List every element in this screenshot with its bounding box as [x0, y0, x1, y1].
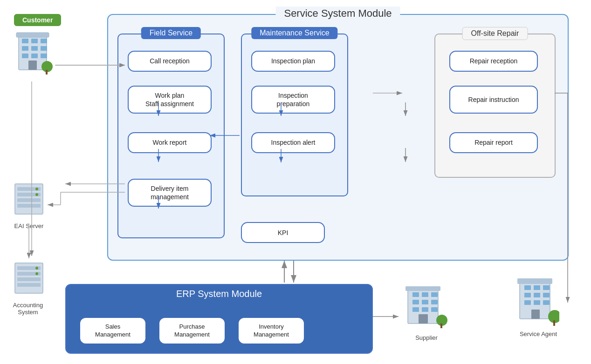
svg-rect-24	[17, 277, 41, 281]
svg-rect-2	[22, 39, 28, 43]
svg-rect-8	[22, 54, 28, 58]
svg-rect-44	[524, 285, 531, 290]
svg-rect-55	[553, 320, 555, 326]
svg-rect-17	[17, 198, 41, 202]
svg-rect-50	[524, 300, 531, 305]
svg-rect-37	[422, 307, 428, 312]
svg-rect-51	[534, 300, 540, 305]
svg-rect-34	[422, 300, 428, 304]
svg-point-27	[35, 272, 38, 275]
svg-rect-18	[17, 204, 41, 208]
field-service-box: Field Service Call reception Work plan S…	[117, 34, 225, 238]
work-plan-box: Work plan Staff assignment	[128, 86, 212, 114]
svg-rect-7	[41, 46, 47, 51]
svg-rect-10	[41, 54, 47, 58]
svg-rect-6	[31, 46, 38, 51]
svg-rect-5	[22, 46, 28, 51]
svg-rect-31	[422, 292, 428, 297]
erp-module-title: ERP System Module	[176, 289, 262, 299]
customer-building	[12, 26, 54, 77]
inspection-alert-box: Inspection alert	[251, 132, 335, 153]
svg-rect-25	[17, 283, 41, 287]
svg-rect-4	[41, 39, 47, 43]
svg-rect-30	[412, 292, 419, 297]
offsite-repair-box: Off-site Repair Repair reception Repair …	[434, 34, 556, 178]
work-report-box: Work report	[128, 132, 212, 153]
svg-rect-46	[543, 285, 550, 290]
service-agent-label: Service Agent	[513, 330, 564, 337]
svg-rect-36	[412, 307, 419, 312]
inventory-management-box: Inventory Management	[239, 318, 304, 344]
inspection-preparation-box: Inspection preparation	[251, 86, 335, 114]
call-reception-box: Call reception	[128, 51, 212, 72]
purchase-management-box: Purchase Management	[159, 318, 225, 344]
svg-rect-13	[46, 70, 48, 74]
svg-rect-43	[517, 278, 552, 284]
maintenance-title: Maintenance Service	[251, 27, 337, 39]
svg-rect-3	[31, 39, 38, 43]
svg-point-26	[35, 267, 38, 270]
repair-reception-box: Repair reception	[449, 51, 538, 72]
accounting-label: Accounting System	[5, 302, 51, 316]
svg-rect-9	[31, 54, 38, 58]
svg-rect-53	[531, 310, 540, 319]
supplier-label: Supplier	[405, 334, 447, 341]
svg-rect-1	[16, 33, 49, 37]
svg-rect-52	[543, 300, 550, 305]
service-module-title: Service System Module	[275, 7, 400, 20]
svg-point-19	[35, 188, 38, 190]
eai-server-building	[10, 182, 48, 221]
maintenance-service-box: Maintenance Service Inspection plan Insp…	[241, 34, 348, 196]
svg-rect-32	[431, 292, 438, 297]
svg-rect-45	[534, 285, 540, 290]
svg-rect-11	[28, 61, 37, 70]
svg-rect-47	[524, 293, 531, 297]
service-module-box: Service System Module Field Service Call…	[107, 14, 569, 261]
svg-rect-33	[412, 300, 419, 304]
erp-module-box: ERP System Module Sales Management Purch…	[65, 284, 373, 354]
main-container: Customer	[0, 0, 591, 364]
svg-rect-48	[534, 293, 540, 297]
svg-rect-35	[431, 300, 438, 304]
sales-management-box: Sales Management	[80, 318, 145, 344]
svg-rect-29	[405, 286, 440, 291]
repair-report-box: Repair report	[449, 132, 538, 153]
svg-rect-38	[431, 307, 438, 312]
svg-point-20	[35, 193, 38, 196]
inspection-plan-box: Inspection plan	[251, 51, 335, 72]
service-agent-building	[513, 270, 559, 328]
accounting-building	[10, 261, 48, 300]
svg-rect-39	[419, 314, 428, 324]
field-service-title: Field Service	[141, 27, 201, 39]
delivery-item-box: Delivery item management	[128, 179, 212, 207]
supplier-building	[401, 279, 447, 332]
repair-instruction-box: Repair instruction	[449, 86, 538, 114]
customer-badge: Customer	[14, 14, 61, 26]
eai-server-label: EAI Server	[10, 222, 48, 229]
svg-rect-49	[543, 293, 550, 297]
offsite-title: Off-site Repair	[462, 27, 528, 40]
kpi-box: KPI	[241, 222, 325, 243]
svg-rect-41	[440, 324, 442, 328]
